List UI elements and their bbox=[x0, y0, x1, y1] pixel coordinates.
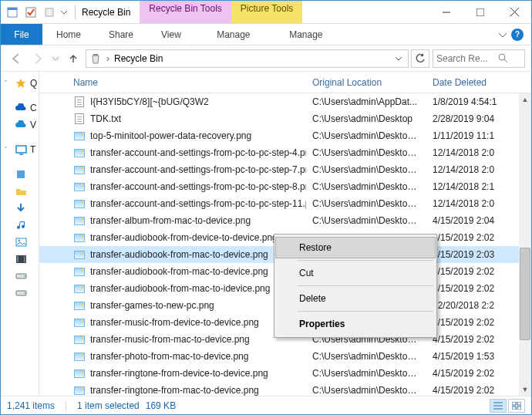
ribbon-expand-icon[interactable] bbox=[499, 31, 507, 39]
column-header-name[interactable]: Name bbox=[39, 72, 306, 93]
view-tab[interactable]: View bbox=[147, 24, 195, 45]
column-headers: Name Original Location Date Deleted bbox=[39, 72, 531, 93]
nav-pane-item[interactable]: C bbox=[1, 100, 39, 116]
video-icon bbox=[15, 253, 27, 265]
share-tab[interactable]: Share bbox=[95, 24, 147, 45]
scroll-thumb[interactable] bbox=[520, 248, 530, 340]
navigation-pane[interactable]: ˅QCV˅T bbox=[1, 72, 39, 396]
file-date-deleted: 4/15/2019 2:03 bbox=[426, 249, 531, 260]
file-row[interactable]: transfer-photo-from-mac-to-device.pngC:\… bbox=[39, 348, 531, 365]
file-row[interactable]: transfer-account-and-settings-from-pc-to… bbox=[39, 178, 531, 195]
file-row[interactable]: transfer-account-and-settings-from-pc-to… bbox=[39, 195, 531, 212]
nav-pane-item[interactable] bbox=[1, 217, 39, 234]
nav-pane-item[interactable] bbox=[1, 200, 39, 217]
context-properties[interactable]: Properties bbox=[276, 314, 435, 334]
image-file-icon bbox=[73, 333, 86, 346]
file-original-location: C:\Users\admin\Desktop bbox=[306, 113, 426, 124]
star-icon bbox=[15, 77, 27, 89]
qat-delete-icon[interactable] bbox=[41, 4, 58, 21]
file-original-location: C:\Users\admin\Desktop... bbox=[306, 181, 426, 192]
file-name: transfer-audiobook-from-mac-to-device.pn… bbox=[90, 249, 268, 260]
qat-properties-icon[interactable] bbox=[4, 4, 21, 21]
search-icon bbox=[498, 53, 508, 63]
nav-pane-item[interactable] bbox=[1, 285, 39, 302]
nav-pane-item[interactable] bbox=[1, 268, 39, 285]
minimize-button[interactable] bbox=[429, 1, 463, 23]
nav-pane-item[interactable] bbox=[1, 234, 39, 251]
image-file-icon bbox=[73, 231, 86, 244]
view-large-icons-button[interactable] bbox=[508, 399, 525, 413]
file-date-deleted: 12/14/2018 2:1 bbox=[426, 181, 531, 192]
status-separator bbox=[66, 400, 66, 411]
file-name: transfer-music-from-device-to-device.png bbox=[90, 317, 259, 328]
manage-recycle-tab[interactable]: Manage bbox=[195, 24, 272, 45]
scroll-up-icon[interactable]: ▲ bbox=[519, 93, 531, 106]
context-separator bbox=[298, 260, 433, 261]
address-history-dropdown[interactable] bbox=[392, 56, 405, 62]
file-row[interactable]: transfer-ringtone-from-mac-to-device.png… bbox=[39, 382, 531, 396]
cloud-icon bbox=[15, 102, 27, 114]
forward-button[interactable] bbox=[29, 49, 47, 68]
svg-point-16 bbox=[18, 240, 19, 241]
view-details-button[interactable] bbox=[490, 399, 507, 413]
nav-pane-item[interactable] bbox=[1, 166, 39, 183]
manage-picture-tab[interactable]: Manage bbox=[272, 24, 340, 45]
file-row[interactable]: transfer-account-and-settings-from-pc-to… bbox=[39, 161, 531, 178]
column-header-original-location[interactable]: Original Location bbox=[306, 72, 426, 93]
file-original-location: C:\Users\admin\Desktop... bbox=[306, 351, 426, 362]
file-name: transfer-music-from-mac-to-device.png bbox=[90, 334, 250, 345]
nav-pane-item[interactable]: V bbox=[1, 116, 39, 133]
column-header-date-deleted[interactable]: Date Deleted bbox=[426, 72, 531, 93]
scroll-down-icon[interactable]: ▼ bbox=[519, 383, 531, 396]
image-file-icon bbox=[73, 214, 86, 227]
file-original-location: C:\Users\admin\Desktop... bbox=[306, 198, 426, 209]
file-original-location: C:\Users\admin\AppDat... bbox=[306, 96, 426, 107]
file-name: I{H3YI5bCY/8][~{bUG/Q3W2 bbox=[90, 96, 209, 107]
file-name: TDK.txt bbox=[90, 113, 121, 124]
help-icon[interactable]: ? bbox=[511, 29, 524, 41]
qat-checkbox-icon[interactable] bbox=[22, 4, 39, 21]
refresh-button[interactable] bbox=[411, 49, 429, 68]
file-name: transfer-audiobook-from-mac-to-device.pn… bbox=[90, 266, 268, 277]
file-tab[interactable]: File bbox=[1, 24, 42, 45]
context-cut[interactable]: Cut bbox=[276, 263, 435, 283]
home-tab[interactable]: Home bbox=[42, 24, 95, 45]
context-restore[interactable]: Restore bbox=[275, 237, 436, 258]
file-name: top-5-minitool-power-data-recovery.png bbox=[90, 130, 251, 141]
file-date-deleted: 4/15/2019 2:02 bbox=[426, 368, 531, 379]
address-bar[interactable]: › Recycle Bin bbox=[86, 49, 409, 68]
file-row[interactable]: transfer-ringtone-from-device-to-device.… bbox=[39, 365, 531, 382]
maximize-button[interactable] bbox=[463, 1, 497, 23]
svg-rect-1 bbox=[8, 8, 17, 10]
main-area: ˅QCV˅T Name Original Location Date Delet… bbox=[1, 72, 531, 396]
svg-rect-14 bbox=[17, 170, 25, 178]
file-row[interactable]: I{H3YI5bCY/8][~{bUG/Q3W2C:\Users\admin\A… bbox=[39, 93, 531, 110]
file-name: transfer-audiobook-from-mac-to-idevice.p… bbox=[90, 283, 270, 294]
search-box[interactable] bbox=[433, 49, 525, 68]
file-row[interactable]: top-5-minitool-power-data-recovery.pngC:… bbox=[39, 127, 531, 144]
nav-row: › Recycle Bin bbox=[1, 46, 531, 72]
vertical-scrollbar[interactable]: ▲ ▼ bbox=[519, 93, 531, 396]
drive-icon bbox=[15, 287, 27, 299]
search-input[interactable] bbox=[436, 53, 495, 64]
recent-locations-button[interactable] bbox=[50, 49, 61, 68]
file-row[interactable]: transfer-album-from-mac-to-device.pngC:\… bbox=[39, 212, 531, 229]
context-delete[interactable]: Delete bbox=[276, 288, 435, 309]
nav-pane-item[interactable] bbox=[1, 183, 39, 200]
svg-rect-3 bbox=[45, 8, 53, 16]
nav-pane-item[interactable]: ˅Q bbox=[1, 75, 39, 92]
recycle-bin-tools-tab-header[interactable]: Recycle Bin Tools bbox=[140, 1, 231, 23]
nav-pane-item[interactable] bbox=[1, 251, 39, 268]
file-row[interactable]: transfer-account-and-settings-from-pc-to… bbox=[39, 144, 531, 161]
qat-dropdown-icon[interactable] bbox=[59, 4, 69, 21]
back-button[interactable] bbox=[7, 49, 25, 68]
close-button[interactable] bbox=[497, 1, 531, 23]
file-row[interactable]: TDK.txtC:\Users\admin\Desktop2/28/2019 9… bbox=[39, 110, 531, 127]
picture-tools-tab-header[interactable]: Picture Tools bbox=[231, 1, 302, 23]
image-file-icon bbox=[73, 350, 86, 363]
nav-pane-item[interactable]: ˅T bbox=[1, 141, 39, 158]
svg-rect-18 bbox=[17, 256, 19, 262]
file-name: transfer-ringtone-from-mac-to-device.png bbox=[90, 385, 259, 396]
up-button[interactable] bbox=[64, 49, 82, 68]
address-chevron-icon[interactable]: › bbox=[106, 53, 109, 64]
